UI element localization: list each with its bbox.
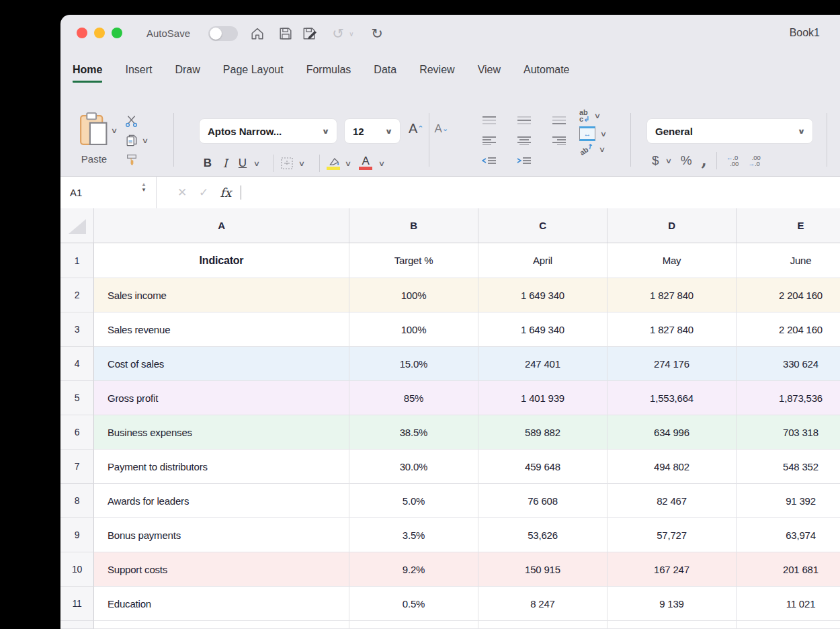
underline-button[interactable]: U	[234, 157, 251, 170]
cell-D10[interactable]: 167 247	[607, 552, 737, 587]
formula-input[interactable]	[249, 177, 840, 208]
select-all-button[interactable]	[60, 208, 94, 243]
cell-D11[interactable]: 9 139	[607, 587, 737, 621]
name-box-stepper[interactable]: ▲▼	[141, 182, 146, 193]
cell-C5[interactable]: 1 401 939	[478, 381, 607, 415]
currency-chevron-icon[interactable]: ∨	[665, 157, 671, 165]
cell-C6[interactable]: 589 882	[478, 415, 607, 450]
align-left-icon[interactable]	[472, 136, 507, 145]
cell-D1[interactable]: May	[607, 243, 737, 278]
undo-icon[interactable]: ↺	[329, 25, 347, 42]
cell-A7[interactable]: Payment to distributors	[94, 450, 349, 484]
underline-chevron-icon[interactable]: ∨	[253, 159, 260, 168]
cell-B2[interactable]: 100%	[349, 278, 478, 312]
copy-button[interactable]: ∨	[125, 134, 148, 147]
row-header-11[interactable]: 11	[60, 587, 94, 621]
cell-A6[interactable]: Business expenses	[94, 415, 349, 450]
currency-icon[interactable]: $	[652, 153, 659, 168]
decrease-font-icon[interactable]: A⌄	[435, 122, 449, 136]
align-top-icon[interactable]	[472, 116, 507, 125]
insert-function-button[interactable]: fx	[216, 177, 235, 208]
row-header-9[interactable]: 9	[60, 518, 94, 552]
undo-chevron-icon[interactable]: ∨	[347, 25, 356, 42]
cell-B3[interactable]: 100%	[349, 312, 478, 347]
cell-E7[interactable]: 548 352	[737, 450, 840, 484]
increase-decimal-icon[interactable]: .00→.0	[748, 155, 761, 167]
cell-C11[interactable]: 8 247	[478, 587, 607, 621]
column-header-a[interactable]: A	[94, 208, 349, 243]
merge-center-button[interactable]: ↔ ∨	[579, 126, 606, 141]
cell-A8[interactable]: Awards for leaders	[94, 484, 349, 518]
tab-insert[interactable]: Insert	[125, 64, 152, 81]
tab-formulas[interactable]: Formulas	[306, 64, 351, 81]
cell-E5[interactable]: 1,873,536	[737, 381, 840, 415]
fill-color-chevron-icon[interactable]: ∨	[345, 159, 351, 168]
cell-A3[interactable]: Sales revenue	[94, 312, 349, 347]
cell-C7[interactable]: 459 648	[478, 450, 607, 484]
cell-E2[interactable]: 2 204 160	[737, 278, 840, 312]
borders-icon[interactable]	[280, 157, 294, 170]
autosave-toggle[interactable]	[208, 26, 238, 41]
align-middle-icon[interactable]	[507, 116, 542, 125]
cell-D7[interactable]: 494 802	[607, 450, 737, 484]
row-header-3[interactable]: 3	[60, 312, 94, 347]
row-header-5[interactable]: 5	[60, 381, 94, 415]
cell-E1[interactable]: June	[737, 243, 840, 278]
tab-home[interactable]: Home	[73, 64, 102, 83]
row-header-7[interactable]: 7	[60, 450, 94, 484]
cell-E10[interactable]: 201 681	[737, 552, 840, 587]
tab-automate[interactable]: Automate	[523, 64, 569, 81]
increase-font-icon[interactable]: A⌃	[409, 121, 424, 136]
decrease-decimal-icon[interactable]: ←.0 .00	[726, 155, 739, 167]
cell-E8[interactable]: 91 392	[737, 484, 840, 518]
enter-icon[interactable]: ✓	[195, 177, 212, 208]
redo-icon[interactable]: ↻	[368, 25, 386, 42]
font-color-icon[interactable]: A	[359, 157, 372, 170]
align-right-icon[interactable]	[542, 136, 577, 145]
cell-B8[interactable]: 5.0%	[349, 484, 478, 518]
cell-D5[interactable]: 1,553,664	[607, 381, 737, 415]
cell-A1[interactable]: Indicator	[94, 243, 349, 278]
cell-C3[interactable]: 1 649 340	[478, 312, 607, 347]
save-icon[interactable]	[277, 25, 294, 42]
cell-C4[interactable]: 247 401	[478, 347, 607, 381]
cell-B4[interactable]: 15.0%	[349, 347, 478, 381]
cell-D3[interactable]: 1 827 840	[607, 312, 737, 347]
cell-D4[interactable]: 274 176	[607, 347, 737, 381]
cell-B[interactable]	[349, 621, 478, 629]
italic-button[interactable]: I	[216, 157, 234, 170]
row-header-4[interactable]: 4	[60, 347, 94, 381]
minimize-button[interactable]	[94, 28, 105, 38]
font-name-select[interactable]: Aptos Narrow... ∨	[199, 118, 337, 144]
cell-B7[interactable]: 30.0%	[349, 450, 478, 484]
tab-draw[interactable]: Draw	[175, 64, 200, 81]
row-header-6[interactable]: 6	[60, 415, 94, 450]
percent-icon[interactable]: %	[681, 153, 692, 168]
cell-D2[interactable]: 1 827 840	[607, 278, 737, 312]
cell-C1[interactable]: April	[478, 243, 607, 278]
cell-E3[interactable]: 2 204 160	[737, 312, 840, 347]
cancel-icon[interactable]: ✕	[173, 177, 191, 208]
decrease-indent-icon[interactable]	[472, 156, 507, 165]
comma-style-icon[interactable]: ,	[702, 156, 707, 165]
cell-B10[interactable]: 9.2%	[349, 552, 478, 587]
name-box[interactable]: A1 ▲▼	[60, 177, 157, 208]
number-format-select[interactable]: General ∨	[646, 118, 813, 144]
tab-review[interactable]: Review	[419, 64, 454, 81]
orientation-button[interactable]: ab↗ ∨	[579, 145, 606, 154]
row-header-partial[interactable]	[60, 621, 94, 629]
align-bottom-icon[interactable]	[542, 116, 577, 125]
font-color-chevron-icon[interactable]: ∨	[378, 159, 385, 168]
cell-B11[interactable]: 0.5%	[349, 587, 478, 621]
wrap-text-button[interactable]: abc↲ ∨	[579, 109, 606, 122]
increase-indent-icon[interactable]	[507, 156, 542, 165]
cell-C[interactable]	[478, 621, 607, 629]
cell-A11[interactable]: Education	[94, 587, 349, 621]
bold-button[interactable]: B	[199, 157, 216, 170]
fill-color-icon[interactable]	[327, 157, 340, 170]
cell-A2[interactable]: Sales income	[94, 278, 349, 312]
cell-A9[interactable]: Bonus payments	[94, 518, 349, 552]
cell-A[interactable]	[94, 621, 349, 629]
cell-C9[interactable]: 53,626	[478, 518, 607, 552]
cell-E11[interactable]: 11 021	[737, 587, 840, 621]
